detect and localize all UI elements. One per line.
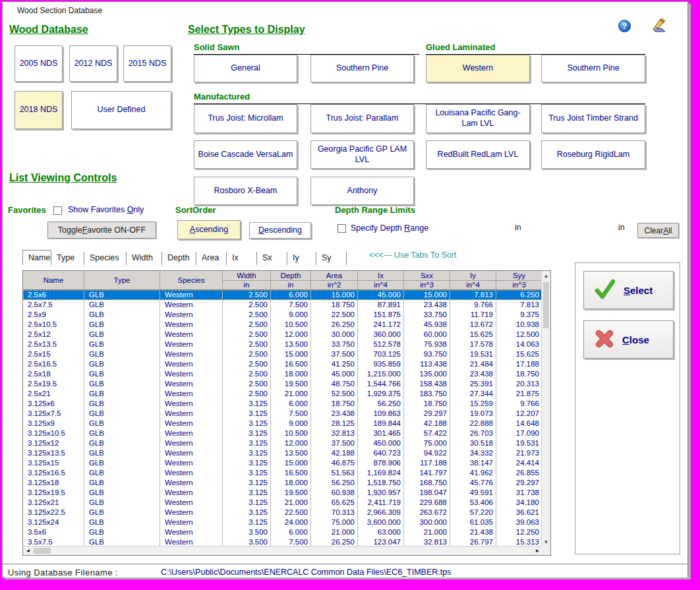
- db-button-2012-nds[interactable]: 2012 NDS: [69, 45, 117, 82]
- vertical-scrollbar[interactable]: ▲ ▼: [541, 271, 550, 547]
- cell: 7.500: [271, 409, 311, 419]
- horizontal-scrollbar[interactable]: ◄ ►: [23, 546, 542, 555]
- column-header-ix[interactable]: Ixin^4: [358, 271, 404, 289]
- table-row[interactable]: 2.5x9GLBWestern2.5009.00022.500151.87533…: [23, 310, 542, 320]
- type-button-lp-gang-lam-lvl[interactable]: Louisana Pacific Gang-Lam LVL: [426, 104, 530, 133]
- table-row[interactable]: 2.5x12GLBWestern2.50012.00030.000360.000…: [23, 330, 542, 339]
- cell: 24.000: [271, 517, 311, 527]
- ascending-button[interactable]: Ascending: [177, 220, 241, 239]
- cell: Western: [160, 369, 223, 379]
- table-row[interactable]: 2.5x18GLBWestern2.50018.00045.0001,215.0…: [23, 369, 542, 379]
- table-row[interactable]: 2.5x19.5GLBWestern2.50019.50048.7501,544…: [23, 379, 542, 389]
- cell: 3.125x7.5: [23, 409, 84, 419]
- cell: 48.750: [311, 379, 358, 389]
- column-header-species[interactable]: Species: [160, 271, 223, 289]
- descending-button[interactable]: Descending: [249, 222, 311, 239]
- type-button-trus-joist-timber-strand[interactable]: Trus Joist Timber Strand: [541, 104, 645, 133]
- table-row[interactable]: 3.125x6GLBWestern3.1256.00018.75056.2501…: [23, 399, 542, 409]
- cell: GLB: [84, 339, 160, 349]
- cell: 2.5x16.5: [23, 359, 84, 369]
- tab-area[interactable]: Area: [196, 252, 227, 265]
- list-viewing-controls-heading: List Viewing Controls: [9, 172, 117, 184]
- show-favorites-only-label[interactable]: Show Favorites Only: [68, 205, 144, 214]
- type-button-trus-joist-parallam[interactable]: Trus Joist: Parallam: [310, 104, 414, 133]
- tab-depth[interactable]: Depth: [162, 252, 196, 265]
- type-button-rosboro-x-beam[interactable]: Rosboro X-Beam: [194, 177, 297, 205]
- table-row[interactable]: 3.125x21GLBWestern3.12521.00065.6252,411…: [23, 498, 542, 508]
- vertical-scroll-thumb[interactable]: [543, 282, 549, 328]
- cell: 113.438: [404, 359, 450, 369]
- db-button-2015-nds[interactable]: 2015 NDS: [123, 45, 171, 82]
- edit-pencil-icon[interactable]: [651, 18, 667, 36]
- column-header-width[interactable]: Widthin: [223, 271, 271, 289]
- tab-ix[interactable]: Ix: [227, 252, 257, 265]
- column-header-name[interactable]: Name: [23, 271, 84, 289]
- scroll-left-arrow-icon[interactable]: ◄: [23, 546, 33, 555]
- table-row[interactable]: 2.5x16.5GLBWestern2.50016.50041.250935.8…: [23, 359, 542, 369]
- table-row[interactable]: 3.125x22.5GLBWestern3.12522.50070.3132,9…: [23, 508, 542, 517]
- table-row[interactable]: 3.5x6GLBWestern3.5006.00021.00063.00021.…: [23, 527, 542, 537]
- type-button-boise-cascade-versalam[interactable]: Boise Cascade VersaLam: [194, 140, 297, 169]
- table-row[interactable]: 2.5x6GLBWestern2.5006.00015.00045.00015.…: [23, 290, 542, 300]
- help-icon[interactable]: ?: [618, 20, 631, 32]
- specify-depth-range-label[interactable]: Specify Depth Range: [351, 223, 428, 233]
- column-header-area[interactable]: Areain^2: [311, 271, 358, 289]
- table-row[interactable]: 3.125x15GLBWestern3.12515.00046.875878.9…: [23, 458, 542, 468]
- tab-species[interactable]: Species: [84, 252, 127, 265]
- type-button-general[interactable]: General: [194, 55, 297, 82]
- show-favorites-only-checkbox[interactable]: [53, 206, 62, 215]
- table-row[interactable]: 2.5x13.5GLBWestern2.50013.50033.750512.5…: [23, 339, 542, 349]
- type-button-anthony[interactable]: Anthony: [310, 177, 414, 205]
- tab-sy[interactable]: Sy: [316, 252, 347, 265]
- type-button-trus-joist-microllam[interactable]: Trus Joist: Microllam: [194, 104, 297, 133]
- solid-sawn-title: Solid Sawn: [194, 42, 239, 52]
- table-row[interactable]: 3.125x10.5GLBWestern3.12510.50032.813301…: [23, 428, 542, 438]
- cell: 45.776: [450, 478, 496, 488]
- table-row[interactable]: 3.125x16.5GLBWestern3.12516.50051.5631,1…: [23, 468, 542, 478]
- column-header-type[interactable]: Type: [84, 271, 160, 289]
- select-button[interactable]: Select: [583, 271, 674, 309]
- cell: 14.063: [496, 339, 542, 349]
- tab-type[interactable]: Type: [51, 252, 84, 265]
- table-row[interactable]: 2.5x10.5GLBWestern2.50010.50026.250241.1…: [23, 320, 542, 330]
- toggle-favorite-button[interactable]: Toggle Favorite ON-OFF: [47, 221, 156, 239]
- horizontal-scroll-thumb[interactable]: [34, 548, 51, 554]
- column-header-depth[interactable]: Depthin: [271, 271, 311, 289]
- column-header-syy[interactable]: Syyin^3: [496, 271, 542, 289]
- cell: 6.000: [271, 399, 311, 409]
- type-button-southern-pine-glulam[interactable]: Southern Pine: [541, 55, 645, 82]
- db-button-2005-nds[interactable]: 2005 NDS: [15, 45, 63, 82]
- specify-depth-range-checkbox[interactable]: [337, 224, 346, 233]
- cell: 3.125x6: [23, 399, 84, 409]
- clear-all-button[interactable]: Clear All: [637, 223, 679, 238]
- table-row[interactable]: 3.125x19.5GLBWestern3.12519.50060.9381,9…: [23, 488, 542, 498]
- cell: Western: [160, 379, 223, 389]
- table-row[interactable]: 3.125x9GLBWestern3.1259.00028.125189.844…: [23, 419, 542, 428]
- type-button-georgia-pacific-gp-lam-lvl[interactable]: Georgia Pacific GP LAM LVL: [310, 140, 414, 169]
- close-button[interactable]: Close: [583, 320, 674, 359]
- tab-sx[interactable]: Sx: [257, 252, 287, 265]
- cell: 57.220: [450, 508, 496, 517]
- column-header-sxx[interactable]: Sxxin^3: [404, 271, 450, 289]
- table-row[interactable]: 2.5x7.5GLBWestern2.5007.50018.75087.8912…: [23, 300, 542, 310]
- table-row[interactable]: 2.5x21GLBWestern2.50021.00052.5001,929.3…: [23, 389, 542, 399]
- tab-iy[interactable]: Iy: [287, 252, 316, 265]
- type-button-western[interactable]: Western: [426, 55, 530, 82]
- cell: 241.172: [358, 320, 404, 330]
- table-row[interactable]: 3.125x12GLBWestern3.12512.00037.500450.0…: [23, 438, 542, 448]
- tab-name[interactable]: Name: [22, 250, 51, 265]
- table-row[interactable]: 3.125x18GLBWestern3.12518.00056.2501,518…: [23, 478, 542, 488]
- db-button-user-defined[interactable]: User Defined: [71, 91, 171, 129]
- table-row[interactable]: 3.125x13.5GLBWestern3.12513.50042.188640…: [23, 448, 542, 458]
- type-button-roseburg-rigidlam[interactable]: Roseburg RigidLam: [541, 140, 645, 169]
- type-button-southern-pine-sawn[interactable]: Southern Pine: [310, 55, 414, 82]
- column-header-iy[interactable]: Iyin^4: [450, 271, 496, 289]
- tab-width[interactable]: Width: [127, 252, 162, 265]
- cell: Western: [160, 517, 223, 527]
- table-row[interactable]: 2.5x15GLBWestern2.50015.00037.500703.125…: [23, 349, 542, 359]
- table-row[interactable]: 3.125x7.5GLBWestern3.1257.50023.438109.8…: [23, 409, 542, 419]
- scroll-up-arrow-icon[interactable]: ▲: [542, 271, 550, 281]
- table-row[interactable]: 3.125x24GLBWestern3.12524.00075.0003,600…: [23, 517, 542, 527]
- type-button-redbuilt-redlam-lvl[interactable]: RedBuilt RedLam LVL: [426, 140, 530, 169]
- db-button-2018-nds[interactable]: 2018 NDS: [15, 91, 63, 129]
